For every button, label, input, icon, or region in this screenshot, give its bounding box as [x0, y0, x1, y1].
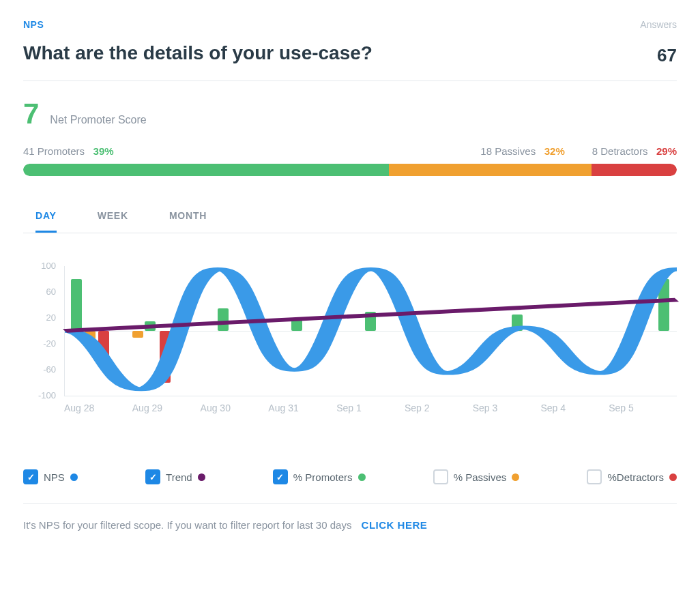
page-title: What are the details of your use-case? [23, 42, 373, 64]
tab-day[interactable]: DAY [35, 199, 57, 233]
header: NPS What are the details of your use-cas… [23, 19, 677, 81]
promoters-pct: 39% [93, 145, 114, 157]
nps-score-label: Net Promoter Score [50, 114, 146, 126]
breadcrumb[interactable]: NPS [23, 19, 373, 30]
checkbox-icon[interactable] [23, 469, 38, 484]
legend-promoters[interactable]: % Promoters [273, 469, 366, 484]
nps-breakdown: 41 Promoters 39% 18 Passives 32% 8 Detra… [23, 145, 677, 157]
legend-nps[interactable]: NPS [23, 469, 78, 484]
checkbox-icon[interactable] [587, 469, 602, 484]
divider [23, 81, 677, 81]
chart-x-axis: Aug 28Aug 29Aug 30Aug 31Sep 1Sep 2Sep 3S… [64, 403, 677, 413]
nps-distribution-bar [23, 164, 677, 176]
period-tabs: DAY WEEK MONTH [23, 199, 677, 233]
nps-line [65, 269, 677, 390]
legend-detractors[interactable]: %Detractors [587, 469, 677, 484]
chart-plot-area [64, 266, 677, 396]
trend-line [65, 300, 677, 331]
legend-dot-icon [70, 473, 78, 481]
legend-dot-icon [669, 473, 677, 481]
bar-segment-promoters [23, 164, 389, 176]
filter-30-days-link[interactable]: CLICK HERE [362, 519, 428, 531]
chart-legend: NPS Trend % Promoters % Passives %Detrac… [23, 469, 677, 484]
passives-label: 18 Passives 32% [480, 145, 564, 157]
legend-dot-icon [512, 473, 519, 481]
nps-score: 7 [23, 98, 39, 130]
checkbox-icon[interactable] [273, 469, 288, 484]
legend-passives[interactable]: % Passives [433, 469, 520, 484]
answers-label: Answers [640, 19, 677, 30]
tab-week[interactable]: WEEK [98, 199, 128, 233]
passives-pct: 32% [544, 145, 565, 157]
nps-trend-chart: 1006020-20-60-100 Aug 28Aug 29Aug 30Aug … [23, 266, 677, 423]
bar-segment-passives [389, 164, 592, 176]
footer-hint: It's NPS for your filtered scope. If you… [23, 503, 677, 531]
tab-month[interactable]: MONTH [169, 199, 207, 233]
promoters-label: 41 Promoters 39% [23, 145, 114, 157]
detractors-pct: 29% [656, 145, 677, 157]
bar-segment-detractors [592, 164, 677, 176]
answers-value: 67 [640, 45, 677, 66]
answers-summary: Answers 67 [640, 19, 677, 66]
legend-trend[interactable]: Trend [145, 469, 205, 484]
checkbox-icon[interactable] [145, 469, 160, 484]
checkbox-icon[interactable] [433, 469, 448, 484]
legend-dot-icon [198, 473, 205, 481]
legend-dot-icon [358, 473, 366, 481]
nps-score-row: 7 Net Promoter Score [23, 98, 677, 130]
detractors-label: 8 Detractors 29% [592, 145, 677, 157]
